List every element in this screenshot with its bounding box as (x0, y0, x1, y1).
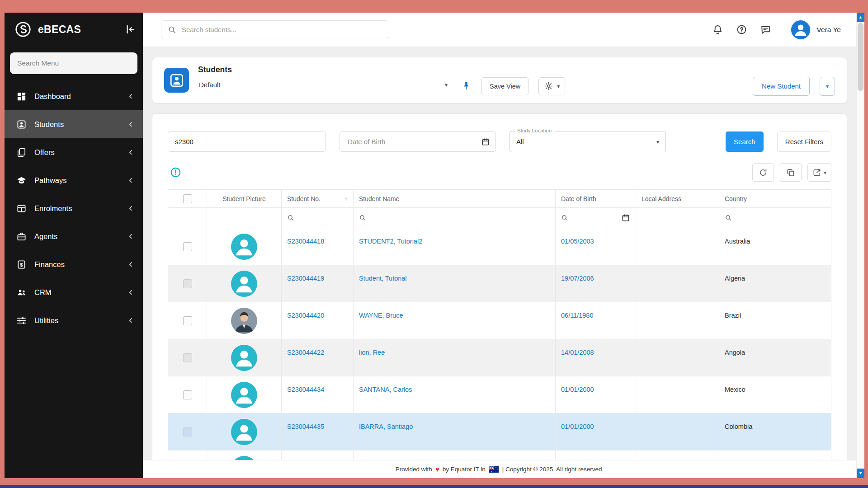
row-checkbox[interactable] (183, 353, 192, 362)
col-country[interactable]: Country (719, 190, 831, 207)
table-row[interactable]: S230044419 Student, Tutorial 19/07/2006 … (168, 265, 831, 302)
student-avatar[interactable] (231, 456, 257, 460)
calendar-icon[interactable] (621, 213, 630, 222)
student-no-link[interactable]: S230044419 (287, 275, 324, 282)
student-no-link[interactable]: S230044420 (287, 312, 324, 319)
student-no-link[interactable]: S230044435 (287, 423, 324, 430)
global-search-input[interactable] (181, 25, 382, 34)
sidebar-item-utilities[interactable]: Utilities (5, 306, 143, 334)
scroll-down-button[interactable]: ▼ (857, 469, 864, 478)
filter-date-of-birth[interactable] (556, 208, 636, 228)
student-avatar[interactable] (231, 419, 257, 445)
user-menu[interactable]: Vera Ye (790, 19, 841, 40)
notifications-icon[interactable] (712, 24, 723, 35)
chevron-down-icon: ▾ (656, 139, 659, 145)
student-search-input[interactable] (168, 131, 326, 152)
student-name-link[interactable]: lion, Ree (359, 349, 385, 356)
study-location-select[interactable]: Study Location All ▾ (509, 131, 666, 152)
export-button[interactable]: ▾ (807, 163, 831, 182)
sidebar-item-dashboard[interactable]: Dashboard (5, 82, 143, 110)
filter-student-name[interactable] (354, 208, 556, 228)
row-checkbox[interactable] (183, 316, 192, 325)
calendar-icon[interactable] (481, 137, 490, 146)
student-no-link[interactable]: S230044422 (287, 349, 324, 356)
dob-link[interactable]: 01/05/2003 (561, 238, 594, 245)
filter-student-no[interactable] (282, 208, 354, 228)
chat-icon[interactable] (760, 24, 771, 35)
view-settings-button[interactable]: ▾ (538, 77, 565, 95)
dob-link[interactable]: 19/07/2006 (561, 275, 594, 282)
col-local-address[interactable]: Local Address (636, 190, 719, 207)
sort-asc-icon[interactable]: ↑ (344, 196, 348, 202)
filter-country[interactable] (719, 208, 831, 228)
reset-filters-button[interactable]: Reset Filters (777, 131, 831, 152)
scroll-up-button[interactable]: ▲ (857, 13, 864, 22)
copy-icon (786, 168, 795, 177)
student-name-link[interactable]: IBARRA, Santiago (359, 423, 413, 430)
sidebar-search-input[interactable] (10, 52, 137, 74)
dob-filter[interactable] (340, 131, 496, 152)
row-checkbox[interactable] (183, 390, 192, 399)
student-avatar[interactable] (231, 271, 257, 297)
sidebar-item-agents[interactable]: Agents (5, 222, 143, 250)
table-row[interactable]: S230044435 IBARRA, Santiago 01/01/2000 C… (168, 413, 831, 450)
scrollbar-track[interactable] (857, 22, 864, 469)
student-avatar[interactable] (231, 382, 257, 408)
sidebar-item-pathways[interactable]: Pathways (5, 166, 143, 194)
chevron-left-icon (127, 92, 135, 100)
student-name-link[interactable]: SANTANA, Carlos (359, 386, 412, 393)
student-avatar[interactable] (231, 345, 257, 371)
student-no-link[interactable]: S230044434 (287, 386, 324, 393)
col-student-no[interactable]: Student No. ↑ (282, 190, 354, 207)
save-view-button[interactable]: Save View (481, 77, 528, 95)
sidebar-item-finances[interactable]: $ Finances (5, 250, 143, 278)
help-icon[interactable] (736, 24, 747, 35)
search-button[interactable]: Search (726, 131, 764, 152)
student-name-link[interactable]: WAYNE, Bruce (359, 312, 403, 319)
bottom-edge-strip (0, 485, 868, 488)
student-avatar[interactable] (231, 308, 257, 334)
sidebar-item-label: Utilities (34, 316, 119, 325)
dob-link[interactable]: 06/11/1980 (561, 312, 594, 319)
dob-link[interactable]: 14/01/2008 (561, 349, 594, 356)
row-checkbox[interactable] (183, 279, 192, 288)
table-row[interactable]: S230044422 lion, Ree 14/01/2008 Angola (168, 339, 831, 376)
table-row[interactable]: S230044434 SANTANA, Carlos 01/01/2000 Me… (168, 376, 831, 413)
sidebar-item-offers[interactable]: Offers (5, 138, 143, 166)
refresh-button[interactable] (752, 163, 774, 182)
col-student-picture[interactable]: Student Picture (207, 190, 282, 207)
australia-flag-icon (489, 466, 499, 473)
student-avatar[interactable] (231, 234, 257, 260)
dob-input[interactable] (347, 137, 477, 146)
col-student-name[interactable]: Student Name (354, 190, 556, 207)
pin-view-icon[interactable] (461, 81, 472, 91)
table-row[interactable] (168, 450, 831, 460)
new-student-dropdown-button[interactable]: ▾ (820, 77, 835, 96)
students-icon (16, 119, 27, 130)
row-checkbox[interactable] (183, 427, 192, 436)
select-all-checkbox[interactable] (183, 194, 192, 203)
collapse-sidebar-icon[interactable] (124, 23, 136, 35)
student-name-link[interactable]: Student, Tutorial (359, 275, 407, 282)
info-icon[interactable] (170, 166, 182, 178)
global-search[interactable] (161, 20, 389, 39)
view-selector[interactable]: Default ▾ (198, 80, 451, 92)
student-name-link[interactable]: STUDENT2, Tutorial2 (359, 238, 422, 245)
col-date-of-birth[interactable]: Date of Birth (556, 190, 636, 207)
table-row[interactable]: S230044418 STUDENT2, Tutorial2 01/05/200… (168, 228, 831, 265)
sidebar-item-students[interactable]: Students (5, 110, 143, 138)
dob-link[interactable]: 01/01/2000 (561, 386, 594, 393)
select-all-cell (168, 190, 207, 207)
student-no-link[interactable]: S230044418 (287, 238, 324, 245)
page-scrollbar[interactable]: ▲ ▼ (856, 13, 864, 478)
copy-button[interactable] (780, 163, 802, 182)
sidebar-item-crm[interactable]: CRM (5, 278, 143, 306)
dob-link[interactable]: 01/01/2000 (561, 423, 594, 430)
filter-local-address[interactable] (636, 208, 719, 228)
user-avatar[interactable] (790, 19, 811, 40)
row-checkbox[interactable] (183, 242, 192, 251)
scrollbar-thumb[interactable] (858, 23, 863, 91)
new-student-button[interactable]: New Student (753, 77, 810, 96)
table-row[interactable]: S230044420 WAYNE, Bruce 06/11/1980 Brazi… (168, 302, 831, 339)
sidebar-item-enrolments[interactable]: Enrolments (5, 194, 143, 222)
